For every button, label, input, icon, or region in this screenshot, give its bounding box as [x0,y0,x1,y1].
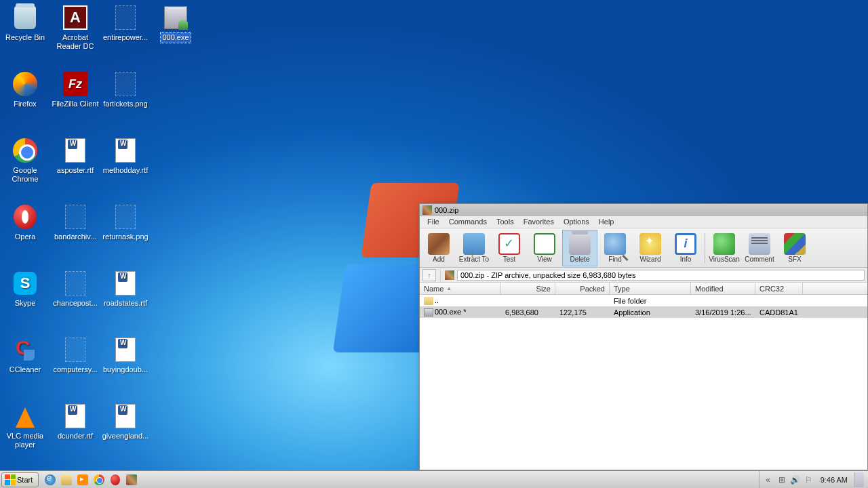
toolbar-extract-button[interactable]: Extract To [456,230,492,266]
wizard-icon [639,233,661,255]
watermark: ANY ▷ RUN [741,440,853,461]
up-arrow-icon: ↑ [427,271,431,279]
tray-flag-icon[interactable]: ⚐ [804,475,814,485]
ie-icon [45,474,56,485]
desktop-icon-asposter[interactable]: asposter.rtf [50,137,100,176]
desktop-icon-firefox[interactable]: Firefox [0,70,50,109]
toolbar-add-button[interactable]: Add [421,230,456,266]
chrome-icon [94,474,104,485]
ql-explorer[interactable] [59,472,74,487]
virus-icon [713,233,735,255]
desktop-icon-acrobat[interactable]: AAcrobat Reader DC [50,4,100,52]
up-button[interactable]: ↑ [422,269,436,281]
menubar: File Commands Tools Favorites Options He… [420,216,867,228]
desktop-icon-ccleaner[interactable]: CCleaner [0,336,50,375]
sfx-icon [784,233,806,255]
windows-logo-icon [5,474,16,485]
winrar-icon [126,474,137,485]
toolbar: Add Extract To Test View Delete Find Wiz… [420,228,867,268]
desktop-icon-000exe[interactable]: 000.exe [151,4,201,43]
test-icon [498,233,520,255]
view-icon [534,233,555,255]
media-player-icon [77,474,88,485]
col-header-size[interactable]: Size [501,283,555,294]
show-desktop-button[interactable] [854,472,864,487]
col-header-type[interactable]: Type [610,283,691,294]
ql-wmp[interactable] [75,472,90,487]
menu-favorites[interactable]: Favorites [519,216,559,228]
ql-chrome[interactable] [92,472,106,487]
desktop-icon-chancepost[interactable]: chancepost... [50,270,100,308]
desktop-icon-computersy[interactable]: computersy... [50,336,100,375]
desktop-icon-vlc[interactable]: VLC media player [0,403,50,450]
archive-icon [445,270,454,280]
winrar-window[interactable]: 000.zip File Commands Tools Favorites Op… [419,203,868,470]
desktop-icon-giveengland[interactable]: giveengland... [100,403,151,441]
quick-launch [43,472,139,487]
desktop-icon-methodday[interactable]: methodday.rtf [100,137,151,176]
folder-icon [424,297,433,305]
add-icon [428,233,450,255]
list-row-000exe[interactable]: 000.exe * 6,983,680 122,175 Application … [420,306,867,318]
find-icon [604,233,626,255]
menu-commands[interactable]: Commands [444,216,492,228]
toolbar-find-button[interactable]: Find [597,230,633,266]
ql-winrar[interactable] [124,472,139,487]
menu-tools[interactable]: Tools [492,216,519,228]
system-tray: « ⊞ 🔊 ⚐ 9:46 AM [759,471,868,488]
desktop-icon-returnask[interactable]: returnask.png [100,203,151,242]
desktop-icon-dcunder[interactable]: dcunder.rtf [50,403,100,441]
tray-network-icon[interactable]: ⊞ [777,475,787,485]
info-icon: i [675,233,696,255]
address-bar: ↑ 000.zip - ZIP archive, unpacked size 6… [420,268,867,283]
app-icon [422,205,432,215]
opera-icon [111,474,120,485]
comment-icon [749,233,770,255]
clock[interactable]: 9:46 AM [818,476,850,484]
explorer-icon [61,474,72,485]
ql-opera[interactable] [108,472,123,487]
menu-help[interactable]: Help [594,216,619,228]
delete-icon [569,233,591,255]
toolbar-virusscan-button[interactable]: VirusScan [707,230,742,266]
play-icon: ▷ [787,441,806,460]
window-title: 000.zip [435,206,458,214]
desktop-icon-skype[interactable]: SSkype [0,270,50,308]
menu-options[interactable]: Options [559,216,594,228]
desktop-icon-buyingdoub[interactable]: buyingdoub... [100,336,151,375]
col-header-modified[interactable]: Modified [691,283,755,294]
toolbar-sfx-button[interactable]: SFX [777,230,812,266]
toolbar-comment-button[interactable]: Comment [742,230,777,266]
toolbar-wizard-button[interactable]: Wizard [633,230,668,266]
exe-icon [424,308,433,317]
tray-expand-button[interactable]: « [764,475,773,485]
col-header-name[interactable]: Name▲ [420,283,501,294]
desktop-icon-fartickets[interactable]: fartickets.png [100,70,151,109]
desktop-icon-chrome[interactable]: Google Chrome [0,137,50,184]
desktop-icon-recycle-bin[interactable]: Recycle Bin [0,4,50,43]
address-text[interactable]: 000.zip - ZIP archive, unpacked size 6,9… [457,270,865,281]
toolbar-delete-button[interactable]: Delete [562,230,597,266]
toolbar-view-button[interactable]: View [527,230,562,266]
tray-volume-icon[interactable]: 🔊 [791,475,800,485]
desktop-icon-filezilla[interactable]: FzFileZilla Client [50,70,100,109]
list-header: Name▲ Size Packed Type Modified CRC32 [420,283,867,295]
list-row-parent[interactable]: .. File folder [420,295,867,306]
desktop-icon-bandarchiv[interactable]: bandarchiv... [50,203,100,242]
sort-asc-icon: ▲ [446,285,452,291]
desktop-icon-opera[interactable]: Opera [0,203,50,242]
titlebar[interactable]: 000.zip [420,204,867,216]
col-header-packed[interactable]: Packed [555,283,610,294]
toolbar-separator [705,233,705,263]
toolbar-test-button[interactable]: Test [492,230,527,266]
extract-icon [463,233,485,255]
desktop-icon-roadstates[interactable]: roadstates.rtf [100,270,151,308]
ql-ie[interactable] [43,472,58,487]
start-button[interactable]: Start [1,472,39,487]
col-header-crc32[interactable]: CRC32 [755,283,803,294]
desktop-icon-entirepower[interactable]: entirepower... [100,4,151,43]
menu-file[interactable]: File [422,216,444,228]
toolbar-info-button[interactable]: iInfo [668,230,703,266]
taskbar[interactable]: Start « ⊞ 🔊 ⚐ 9:46 AM [0,470,868,488]
